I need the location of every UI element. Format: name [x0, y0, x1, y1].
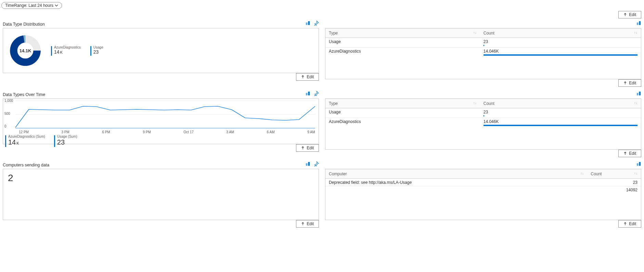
pin-icon[interactable]: [314, 91, 319, 97]
panel-title: Data Type Distribution: [3, 22, 45, 27]
table-header[interactable]: Count↑↓: [480, 29, 641, 38]
over-time-table: Type↑↓ Count↑↓ Usage 23 AzureDiagnostics: [325, 99, 641, 127]
legend-item: AzureDiagnostics 14K: [51, 45, 81, 56]
logs-icon[interactable]: [636, 91, 641, 97]
up-arrow-icon: [623, 152, 627, 155]
panel-edit-button[interactable]: Edit: [296, 73, 319, 81]
svg-rect-9: [306, 93, 308, 96]
panel-edit-button[interactable]: Edit: [618, 220, 641, 228]
svg-rect-8: [308, 92, 310, 95]
xtick: 9 PM: [143, 130, 151, 134]
svg-rect-18: [637, 163, 639, 166]
panel-title: Computers sending data: [3, 163, 49, 167]
chevron-down-icon: [55, 4, 58, 7]
legend-item: Usage (Sum) 23: [54, 135, 77, 147]
legend-item: AzureDiagnostics (Sum) 14K: [5, 135, 45, 147]
global-edit-button[interactable]: Edit: [618, 11, 641, 18]
dist-table: Type↑↓ Count↑↓ Usage 23 AzureDiagnostics: [325, 28, 641, 57]
svg-rect-14: [637, 93, 639, 96]
svg-rect-0: [308, 21, 310, 25]
timerange-label: TimeRange: Last 24 hours: [5, 3, 53, 8]
up-arrow-icon: [301, 222, 305, 226]
legend-value: 23: [93, 49, 99, 55]
dist-table-panel: Type↑↓ Count↑↓ Usage 23 AzureDiagnostics: [325, 28, 641, 79]
table-row[interactable]: Usage 23: [325, 108, 641, 118]
legend-label: AzureDiagnostics (Sum): [8, 135, 45, 138]
svg-rect-13: [639, 92, 641, 95]
svg-rect-1: [306, 23, 308, 25]
logs-icon[interactable]: [305, 161, 310, 167]
legend-label: Usage: [93, 45, 103, 49]
xtick: 6 PM: [102, 130, 110, 134]
xtick: Oct 17: [183, 130, 193, 134]
xtick: 3 AM: [226, 130, 234, 134]
legend-value: 14: [8, 138, 16, 146]
logs-icon[interactable]: [636, 21, 641, 27]
panel-edit-button[interactable]: Edit: [618, 150, 641, 157]
computers-panel: 2: [3, 169, 319, 220]
legend-value: 23: [57, 138, 65, 146]
up-arrow-icon: [301, 75, 305, 79]
ytick: 1,000: [4, 99, 13, 103]
legend-unit: K: [16, 141, 19, 145]
logs-icon[interactable]: [305, 91, 310, 97]
xtick: 9 AM: [307, 130, 315, 134]
legend-unit: K: [60, 50, 63, 54]
panel-title: Data Types Over Time: [3, 92, 45, 97]
legend-label: AzureDiagnostics: [54, 45, 81, 49]
pin-icon[interactable]: [314, 21, 319, 27]
svg-rect-17: [639, 162, 641, 166]
ytick: 0: [4, 124, 7, 128]
table-row[interactable]: Usage 23: [325, 38, 641, 47]
over-time-table-panel: Type↑↓ Count↑↓ Usage 23 AzureDiagnostics: [325, 98, 641, 150]
xtick: 3 PM: [62, 130, 69, 134]
table-header[interactable]: Type↑↓: [325, 99, 480, 108]
svg-rect-6: [639, 21, 641, 25]
legend-item: Usage 23: [90, 45, 103, 56]
panel-edit-button[interactable]: Edit: [296, 220, 319, 228]
logs-icon[interactable]: [636, 161, 641, 167]
donut-total: 14.1K: [10, 35, 41, 66]
legend-value: 14: [54, 49, 60, 55]
ytick: 500: [4, 112, 10, 115]
table-row[interactable]: AzureDiagnostics 14.046K: [325, 118, 641, 127]
table-row[interactable]: AzureDiagnostics 14.046K: [325, 47, 641, 57]
table-row[interactable]: Deprecated field: see http://aka.ms/LA-U…: [325, 179, 641, 186]
panel-edit-button[interactable]: Edit: [618, 79, 641, 87]
table-header[interactable]: Type↑↓: [325, 29, 480, 38]
data-type-distribution-panel: 14.1K AzureDiagnostics 14K Usage: [3, 28, 319, 73]
logs-icon[interactable]: [305, 21, 310, 27]
table-header[interactable]: Computer↑↓: [325, 169, 587, 179]
edit-label: Edit: [629, 12, 636, 17]
svg-rect-16: [306, 163, 308, 166]
svg-rect-7: [637, 23, 639, 25]
svg-rect-15: [308, 162, 310, 166]
table-row[interactable]: 14092: [325, 186, 641, 194]
computers-table: Computer↑↓ Count↑↓ Deprecated field: see…: [325, 169, 641, 193]
computers-count: 2: [3, 169, 319, 187]
up-arrow-icon: [623, 222, 627, 226]
xtick: 12 PM: [19, 130, 29, 134]
xtick: 6 AM: [267, 130, 275, 134]
data-types-over-time-panel: 1,000 500 0 12 PM 3 PM: [3, 98, 319, 144]
pin-icon[interactable]: [314, 161, 319, 167]
computers-table-panel: Computer↑↓ Count↑↓ Deprecated field: see…: [325, 169, 641, 220]
up-arrow-icon: [623, 13, 627, 16]
line-chart: [15, 100, 315, 129]
legend-label: Usage (Sum): [57, 135, 77, 138]
up-arrow-icon: [623, 81, 627, 85]
timerange-pill[interactable]: TimeRange: Last 24 hours: [1, 2, 62, 9]
table-header[interactable]: Count↑↓: [480, 99, 641, 108]
table-header[interactable]: Count↑↓: [587, 169, 641, 179]
